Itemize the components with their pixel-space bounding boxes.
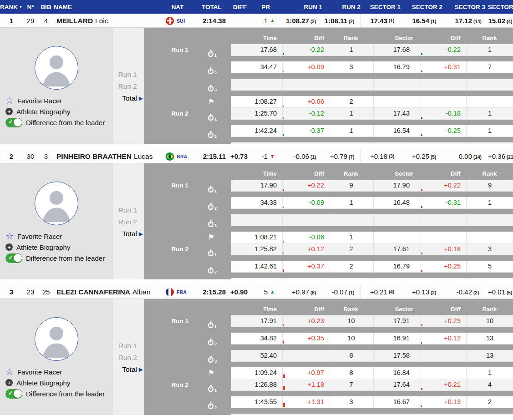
flag-icon: [166, 288, 174, 296]
total-time-cell: 2:15.28: [195, 288, 229, 296]
favorite-racer-label: Favorite Racer: [17, 368, 62, 376]
header-sector4[interactable]: SECTOR 4: [485, 4, 513, 10]
header-nat[interactable]: NAT: [160, 4, 195, 10]
header-total[interactable]: TOTAL: [195, 4, 229, 10]
sector1-value: +0.21: [370, 285, 387, 299]
header-diff[interactable]: DIFF: [229, 4, 251, 10]
col-rank: Rank: [329, 35, 373, 41]
athlete-actions: Favorite Racer Athlete Biography Differe…: [5, 95, 112, 128]
total-diff-cell: +0.73: [229, 152, 251, 160]
stopwatch-icon: [208, 337, 214, 346]
difference-toggle[interactable]: [5, 389, 22, 399]
sector1-cell: +0.18(3): [361, 149, 401, 163]
sector4-value: 15.02: [488, 17, 505, 25]
plus-icon: [5, 108, 13, 115]
result-row[interactable]: 2 30 3 PINHEIRO BRAATHENLucas BRA 2:15.1…: [0, 149, 513, 163]
time-diff-cell: +0.37: [282, 278, 329, 279]
time-rank-cell: 9: [329, 180, 373, 192]
header-number[interactable]: N°: [23, 4, 38, 10]
icon-cell: 3: [199, 79, 231, 96]
sector-diff-cell: +0.21: [421, 379, 466, 391]
sector-rank-cell: 2: [466, 396, 513, 408]
sector-rank-cell: [466, 232, 513, 243]
difference-from-leader-label: Difference from the leader: [26, 254, 105, 262]
view-run2-tab[interactable]: Run 2: [113, 81, 144, 92]
header-run2[interactable]: RUN 2: [322, 4, 361, 10]
athlete-photo: [35, 46, 78, 90]
icon-cell: 1: [199, 243, 231, 261]
racer-block: 3 23 25 ELEZI CANNAFERINAAlban FRA 2:15.…: [0, 285, 513, 415]
run2-rank: (1): [349, 290, 361, 295]
col-time: Time: [231, 170, 282, 177]
view-total-tab[interactable]: Total: [113, 92, 144, 104]
view-total-tab[interactable]: Total: [113, 364, 144, 375]
header-sector2[interactable]: SECTOR 2: [401, 4, 442, 10]
header-bib[interactable]: BIB: [38, 4, 54, 10]
favorite-racer-button[interactable]: Favorite Racer: [5, 231, 112, 242]
time-diff-cell: -0.37: [282, 125, 329, 137]
finish-flag-icon: [208, 367, 214, 379]
header-run1[interactable]: RUN 1: [280, 4, 322, 10]
header-sector1[interactable]: SECTOR 1: [361, 4, 401, 10]
number-cell: 30: [23, 152, 38, 160]
split-row: Run 2 1 1:26.88 +1.18 7 17.64 +0.21 4: [144, 379, 513, 396]
plus-icon: [5, 243, 13, 251]
time-cell: 17.68: [231, 44, 282, 56]
athlete-given-name: Lucas: [134, 152, 152, 160]
name-cell[interactable]: ELEZI CANNAFERINAAlban: [54, 288, 160, 296]
time-rank-cell: 1: [329, 125, 373, 137]
time-cell: 1:26.88: [231, 379, 282, 391]
sector4-cell: +0.01(5): [485, 288, 513, 296]
icon-cell: 2: [199, 333, 231, 350]
time-cell: 1:09.24: [231, 367, 282, 379]
sector-time-cell: 17.90: [373, 180, 421, 192]
sector4-rank: (4): [507, 19, 513, 24]
col-rank: Rank: [329, 306, 373, 313]
col-sector: Sector: [373, 170, 421, 177]
intermediate-number: 2: [214, 131, 217, 142]
difference-toggle[interactable]: [5, 118, 22, 127]
athlete-biography-button[interactable]: Athlete Biography: [5, 242, 112, 253]
view-run1-tab[interactable]: Run 1: [113, 204, 144, 216]
view-run2-tab[interactable]: Run 2: [113, 216, 144, 228]
icon-cell: 2: [199, 396, 231, 414]
view-run1-tab[interactable]: Run 1: [113, 340, 144, 352]
icon-cell: 3: [199, 278, 231, 279]
athlete-biography-button[interactable]: Athlete Biography: [5, 377, 112, 388]
sector-rank-cell: 14: [466, 142, 513, 144]
name-cell[interactable]: MEILLARDLoic: [54, 17, 160, 25]
pr-cell: 1: [251, 17, 280, 25]
favorite-racer-button[interactable]: Favorite Racer: [5, 95, 112, 106]
view-run2-tab[interactable]: Run 2: [113, 352, 144, 364]
athlete-biography-label: Athlete Biography: [16, 379, 70, 387]
difference-toggle[interactable]: [5, 253, 22, 263]
athlete-biography-button[interactable]: Athlete Biography: [5, 106, 112, 117]
sector3-cell: 17.12(14): [442, 17, 485, 25]
intermediate-number: 2: [214, 67, 217, 79]
header-rank[interactable]: RANK: [0, 4, 23, 10]
header-sector3[interactable]: SECTOR 3: [442, 4, 485, 10]
name-cell[interactable]: PINHEIRO BRAATHENLucas: [54, 152, 160, 161]
view-total-tab[interactable]: Total: [113, 228, 144, 240]
run2-value: 1:06.11: [325, 17, 347, 25]
bib-cell: 3: [38, 152, 54, 160]
result-row[interactable]: 3 23 25 ELEZI CANNAFERINAAlban FRA 2:15.…: [0, 285, 513, 299]
intermediate-number: 3: [214, 220, 217, 232]
nat-cell: BRA: [160, 152, 195, 161]
col-sector: Sector: [373, 35, 421, 41]
result-row[interactable]: 1 29 4 MEILLARDLoic SUI 2:14.38 1 1:08.2…: [0, 14, 513, 28]
detail-rows: Run 1 1 17.68 -0.22 1 17.68 -0.22 1: [144, 44, 513, 144]
sector4-rank: (21): [507, 155, 513, 160]
sector-diff-cell: [421, 96, 466, 108]
detail-rows: Run 1 1 17.90 +0.22 9 17.90 +0.22 9: [144, 180, 513, 279]
favorite-racer-button[interactable]: Favorite Racer: [5, 366, 112, 377]
sector-time-cell: 16.84: [373, 367, 421, 379]
view-run1-tab[interactable]: Run 1: [113, 69, 144, 81]
person-silhouette-icon: [35, 318, 78, 360]
pr-arrow-icon: [270, 154, 275, 159]
header-pr[interactable]: PR: [251, 4, 280, 10]
header-name[interactable]: NAME: [54, 4, 160, 10]
sector3-value: -0.42: [457, 288, 472, 296]
pr-value: 1: [264, 17, 268, 25]
sector3-cell: -0.42(2): [442, 288, 485, 296]
